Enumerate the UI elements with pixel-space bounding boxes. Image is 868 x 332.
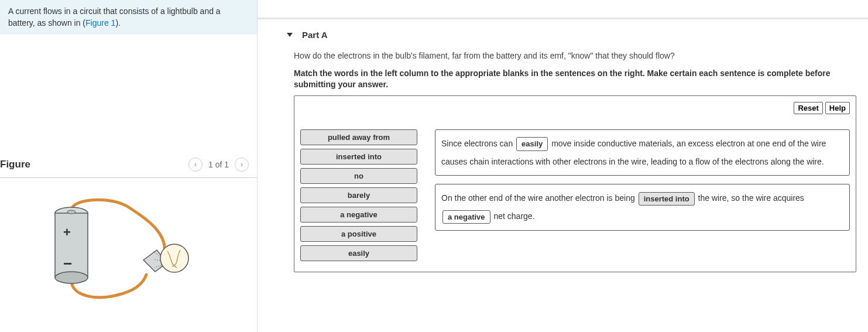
answer-toolbar: Reset Help (300, 102, 850, 114)
right-panel: Part A How do the electrons in the bulb'… (258, 0, 868, 332)
figure-title: Figure (0, 159, 30, 170)
sentence-column: Since electrons can easily move inside c… (435, 129, 850, 231)
word-chip[interactable]: inserted into (300, 149, 417, 165)
svg-text:+: + (63, 225, 71, 239)
svg-point-3 (67, 210, 76, 214)
answer-blank[interactable]: inserted into (639, 192, 695, 206)
word-chip[interactable]: easily (300, 245, 417, 261)
question-area: How do the electrons in the bulb's filam… (258, 50, 868, 272)
figure-header: Figure ‹ 1 of 1 › (0, 158, 257, 178)
left-panel: A current flows in a circuit that consis… (0, 0, 258, 332)
sentence-text: the wire, so the wire acquires (698, 193, 804, 203)
prompt-text-after: ). (115, 18, 121, 28)
sentence-text: On the other end of the wire another ele… (441, 193, 637, 203)
figure-nav: ‹ 1 of 1 › (188, 158, 249, 172)
word-chip[interactable]: barely (300, 187, 417, 203)
word-chip[interactable]: pulled away from (300, 129, 417, 145)
word-chip[interactable]: a negative (300, 207, 417, 223)
instructions-text: Match the words in the left column to th… (294, 68, 856, 91)
caret-down-icon (287, 33, 293, 37)
word-chip[interactable]: no (300, 168, 417, 184)
answer-box: Reset Help pulled away from inserted int… (294, 95, 856, 272)
figure-counter: 1 of 1 (208, 160, 229, 169)
sentence-box-2[interactable]: On the other end of the wire another ele… (435, 184, 850, 231)
help-button[interactable]: Help (825, 102, 850, 114)
answer-blank[interactable]: easily (516, 137, 548, 151)
match-area: pulled away from inserted into no barely… (300, 129, 850, 261)
word-bank: pulled away from inserted into no barely… (300, 129, 417, 261)
figure-link[interactable]: Figure 1 (85, 18, 115, 28)
word-chip[interactable]: a positive (300, 226, 417, 242)
part-header[interactable]: Part A (258, 18, 868, 50)
circuit-figure: + − (0, 193, 257, 306)
answer-blank[interactable]: a negative (442, 210, 490, 224)
figure-next-button[interactable]: › (235, 158, 249, 172)
battery-bulb-circuit-icon: + − (29, 193, 193, 304)
sentence-text: net charge. (493, 211, 534, 221)
sentence-box-1[interactable]: Since electrons can easily move inside c… (435, 129, 850, 176)
figure-prev-button[interactable]: ‹ (188, 158, 203, 172)
svg-text:−: − (63, 255, 72, 272)
problem-prompt: A current flows in a circuit that consis… (0, 0, 257, 35)
sentence-text: Since electrons can (441, 139, 515, 148)
svg-point-2 (55, 272, 88, 283)
reset-button[interactable]: Reset (794, 102, 822, 114)
question-text: How do the electrons in the bulb's filam… (294, 50, 856, 62)
part-title: Part A (302, 30, 328, 40)
svg-point-6 (160, 244, 188, 272)
